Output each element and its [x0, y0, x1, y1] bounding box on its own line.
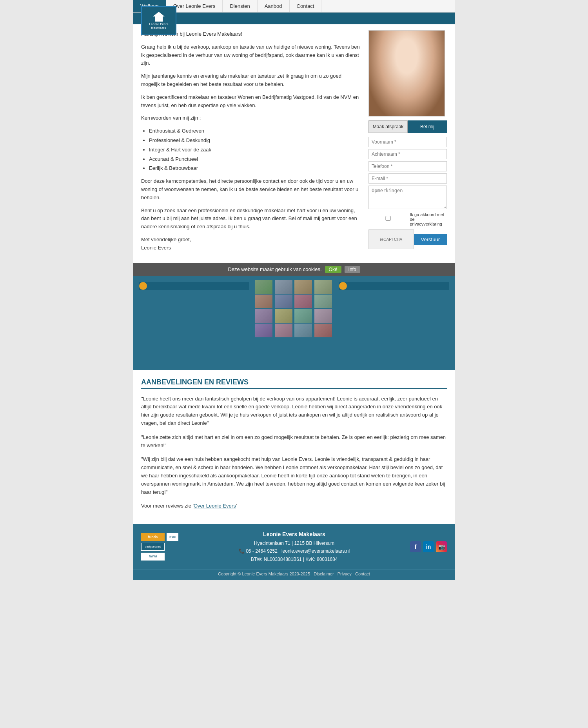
funda-logo-row: funda NVM: [141, 533, 178, 541]
footer-copyright: Copyright © Leonie Evers Makelaars 2020-…: [133, 569, 455, 580]
nav-contact[interactable]: Contact: [290, 0, 322, 12]
listing-dot-right: [339, 282, 347, 290]
main-content: Hartelijk welkom bij Leonie Evers Makela…: [133, 24, 455, 263]
photo-thumb-16[interactable]: [314, 324, 332, 337]
keyword-3: Integer & Hart voor de zaak: [149, 146, 361, 154]
contact-link[interactable]: Contact: [355, 571, 370, 576]
photo-grid: [255, 280, 333, 337]
photo-thumb-1[interactable]: [255, 280, 272, 294]
logo-icon: [153, 12, 165, 22]
cookie-info-button[interactable]: Info: [345, 266, 360, 273]
photo-thumb-14[interactable]: [275, 324, 292, 337]
welcome-para-3: Ik ben gecertificeerd makelaar en taxate…: [141, 93, 361, 110]
cookie-message: Deze website maakt gebruik van cookies.: [228, 266, 321, 272]
nav-diensten[interactable]: Diensten: [223, 0, 257, 12]
review-1: "Leonie heeft ons meer dan fantastisch g…: [141, 395, 447, 428]
keyword-1: Enthousiast & Gedreven: [149, 127, 361, 135]
nwwi-logo-row: NWWI: [141, 553, 178, 561]
welcome-closing-1: Door deze kerncompetenties, het directe …: [141, 177, 361, 202]
captcha-row: reCAPTCHA Verstuur: [368, 229, 447, 249]
logo-house-icon: [153, 12, 165, 16]
welcome-text-block: Hartelijk welkom bij Leonie Evers Makela…: [141, 30, 361, 257]
listing-left-panel: [137, 280, 251, 366]
photo-thumb-12[interactable]: [314, 309, 332, 323]
logo-body-icon: [155, 16, 163, 22]
photo-thumb-15[interactable]: [294, 324, 312, 337]
nav-aanbod[interactable]: Aanbod: [258, 0, 290, 12]
more-reviews-suffix: ': [236, 503, 237, 509]
linkedin-icon[interactable]: in: [423, 541, 434, 552]
captcha-box[interactable]: reCAPTCHA: [368, 229, 414, 249]
listing-right-panel: [337, 280, 451, 366]
lastname-field[interactable]: [368, 149, 447, 159]
cookie-bar: Deze website maakt gebruik van cookies. …: [133, 263, 455, 276]
main-navigation: Welkom Over Leonie Evers Diensten Aanbod…: [133, 0, 455, 13]
site-footer: funda NVM vastgoedcert NWWI Leonie Evers…: [133, 524, 455, 569]
email-field[interactable]: [368, 173, 447, 184]
keyword-5: Eerlijk & Betrouwbaar: [149, 164, 361, 173]
keyword-2: Professioneel & Deskundig: [149, 136, 361, 145]
tab-call[interactable]: Bel mij: [408, 120, 447, 133]
photo-thumb-7[interactable]: [294, 295, 312, 308]
appointment-tabs: Maak afspraak Bel mij: [368, 120, 447, 133]
tab-appointment[interactable]: Maak afspraak: [368, 120, 408, 133]
privacy-label: Ik ga akkoord met de privacyverklaring: [410, 212, 447, 226]
listing-right-bar: [339, 282, 449, 290]
keywords-list: Enthousiast & Gedreven Professioneel & D…: [149, 127, 361, 173]
footer-inner: funda NVM vastgoedcert NWWI Leonie Evers…: [141, 530, 447, 563]
logo[interactable]: Leonie Evers Makelaars: [141, 6, 176, 35]
listing-photo-grid: [255, 280, 333, 366]
footer-address: Hyacintenlaan 71 | 1215 BB Hilversum: [239, 539, 350, 547]
facebook-icon[interactable]: f: [410, 541, 421, 552]
footer-email[interactable]: leonie.evers@eversmakelaars.nl: [281, 548, 350, 554]
reviews-section: AANBEVELINGEN EN REVIEWS "Leonie heeft o…: [133, 370, 455, 524]
footer-center: Leonie Evers Makelaars Hyacintenlaan 71 …: [239, 530, 350, 563]
reviews-title: AANBEVELINGEN EN REVIEWS: [141, 378, 447, 389]
keyword-4: Accuraat & Punctueel: [149, 155, 361, 164]
privacy-link[interactable]: Privacy: [338, 571, 352, 576]
disclaimer-link[interactable]: Disclaimer: [314, 571, 334, 576]
funda-logo: funda: [141, 533, 165, 541]
cookie-ok-button[interactable]: Oké: [325, 266, 341, 273]
copyright-text: Copyright © Leonie Evers Makelaars 2020-…: [218, 571, 310, 576]
welcome-closing-2: Bent u op zoek naar een professionele en…: [141, 207, 361, 231]
photo-thumb-3[interactable]: [294, 280, 312, 294]
photo-thumb-9[interactable]: [255, 309, 272, 323]
photo-thumb-11[interactable]: [294, 309, 312, 323]
phone-field[interactable]: [368, 161, 447, 171]
photo-thumb-5[interactable]: [255, 295, 272, 308]
listings-section: [133, 276, 455, 370]
footer-social: f in 📷: [410, 541, 447, 552]
agent-photo-inner: [369, 31, 445, 116]
welcome-para-1: Graag help ik u bij de verkoop, aankoop …: [141, 43, 361, 67]
privacy-checkbox[interactable]: [368, 216, 408, 221]
captcha-label: reCAPTCHA: [380, 237, 402, 242]
photo-thumb-13[interactable]: [255, 324, 272, 337]
blue-accent-banner: [133, 13, 455, 24]
photo-thumb-4[interactable]: [314, 280, 332, 294]
photo-thumb-2[interactable]: [275, 280, 292, 294]
welcome-closing-3: Met vriendelijke groet, Leonie Evers: [141, 236, 361, 252]
review-2: "Leonie zette zich altijd met hart en zi…: [141, 433, 447, 450]
vastgoedcert-logo: vastgoedcert: [141, 543, 165, 551]
logo-text: Leonie Evers Makelaars: [144, 23, 174, 29]
firstname-field[interactable]: [368, 137, 447, 147]
privacy-row: Ik ga akkoord met de privacyverklaring: [368, 212, 447, 226]
contact-form: Ik ga akkoord met de privacyverklaring r…: [368, 137, 447, 249]
review-3: "Wij zijn blij dat we een huis hebben aa…: [141, 455, 447, 496]
nvm-logo: NVM: [167, 533, 178, 541]
listing-dot-left: [139, 282, 147, 290]
footer-company-name: Leonie Evers Makelaars: [239, 530, 350, 539]
nwwi-logo: NWWI: [141, 553, 165, 561]
submit-button[interactable]: Verstuur: [414, 234, 447, 245]
remarks-field[interactable]: [368, 186, 447, 209]
more-reviews-link[interactable]: Over Leonie Evers: [194, 503, 236, 509]
more-reviews: Voor meer reviews zie 'Over Leonie Evers…: [141, 502, 447, 510]
contact-sidebar: Maak afspraak Bel mij Ik ga akkoord met …: [368, 30, 447, 257]
welcome-section: Hartelijk welkom bij Leonie Evers Makela…: [141, 30, 447, 257]
photo-thumb-6[interactable]: [275, 295, 292, 308]
photo-thumb-8[interactable]: [314, 295, 332, 308]
instagram-icon[interactable]: 📷: [436, 541, 447, 552]
more-reviews-prefix: Voor meer reviews zie ': [141, 503, 194, 509]
photo-thumb-10[interactable]: [275, 309, 292, 323]
